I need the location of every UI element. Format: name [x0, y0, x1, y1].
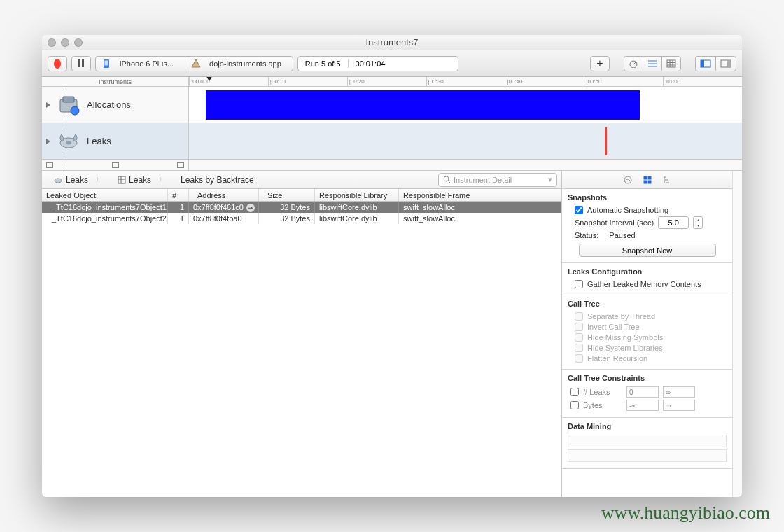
table-row[interactable]: _TtC16dojo_instruments7Object110x7ff8f0f…: [42, 202, 561, 213]
interval-input[interactable]: [658, 216, 689, 229]
table-header: Leaked Object # Address Size Responsible…: [42, 189, 561, 202]
overview-icon[interactable]: [46, 162, 53, 168]
track-allocations[interactable]: Allocations: [42, 87, 742, 123]
pause-button[interactable]: [71, 56, 91, 71]
svg-rect-14: [701, 60, 704, 67]
track-leaks[interactable]: Leaks: [42, 123, 742, 160]
watermark: www.huangyibiao.com: [601, 503, 770, 524]
target-selector[interactable]: iPhone 6 Plus... dojo-instruments.app: [95, 56, 293, 71]
record-icon: [54, 59, 61, 69]
track-label: Allocations: [87, 99, 131, 110]
svg-point-22: [55, 178, 62, 183]
inspector-scrollbar[interactable]: [732, 171, 742, 497]
svg-marker-2: [192, 59, 200, 67]
svg-rect-16: [727, 60, 731, 67]
left-panel-button[interactable]: [695, 56, 715, 71]
minimize-icon[interactable]: [61, 38, 69, 47]
chevron-down-icon: ▾: [548, 175, 552, 184]
right-panel-button[interactable]: [715, 56, 736, 71]
disclosure-icon[interactable]: [46, 139, 50, 144]
crumb-view[interactable]: Leaks: [111, 174, 174, 186]
zoom-icon[interactable]: [74, 38, 83, 47]
svg-rect-30: [648, 176, 651, 179]
grid-view-button[interactable]: [662, 56, 681, 71]
table-body[interactable]: _TtC16dojo_instruments7Object110x7ff8f0f…: [42, 202, 561, 497]
svg-rect-1: [105, 60, 108, 65]
display-settings-icon[interactable]: [643, 175, 652, 185]
table-row[interactable]: _TtC16dojo_instruments7Object210x7ff8f0f…: [42, 213, 561, 224]
disclosure-icon[interactable]: [46, 102, 50, 108]
svg-point-28: [624, 176, 631, 183]
mining-row: [568, 449, 727, 462]
snapshot-now-button[interactable]: Snapshot Now: [579, 244, 716, 257]
window-controls: [48, 38, 83, 47]
calltree-option-checkbox: [575, 344, 583, 352]
section-title: Data Mining: [568, 422, 727, 430]
leak-marker: [605, 127, 607, 155]
leaks-config-section: Leaks Configuration Gather Leaked Memory…: [562, 263, 732, 295]
run-status[interactable]: Run 5 of 5 00:01:04: [298, 56, 458, 71]
titlebar: Instruments7: [42, 35, 742, 50]
bytes-max-input[interactable]: [663, 400, 695, 411]
svg-rect-29: [644, 176, 647, 179]
crumb-mode[interactable]: Leaks by Backtrace: [174, 175, 268, 185]
grid-icon: [666, 59, 676, 68]
col-count[interactable]: #: [168, 189, 189, 201]
pause-icon: [78, 59, 84, 67]
run-time: 00:01:04: [349, 59, 393, 68]
col-library[interactable]: Responsible Library: [315, 189, 399, 201]
col-address[interactable]: Address: [189, 189, 259, 201]
extended-detail-icon[interactable]: [662, 175, 672, 185]
svg-rect-8: [667, 60, 676, 67]
col-frame[interactable]: Responsible Frame: [399, 189, 561, 201]
col-size[interactable]: Size: [259, 189, 315, 201]
mining-row: [568, 435, 727, 447]
playhead-icon[interactable]: [206, 77, 213, 81]
allocations-icon: [56, 92, 81, 118]
col-leaked-object[interactable]: Leaked Object: [42, 189, 168, 201]
panel-right-icon: [720, 59, 732, 68]
interval-stepper[interactable]: ▴▾: [693, 216, 703, 229]
overview-icon[interactable]: [177, 162, 184, 168]
detail-nav: Leaks Leaks Leaks by Backtrace Instrumen…: [42, 171, 561, 189]
panel-left-icon: [700, 59, 711, 68]
crumb-instrument[interactable]: Leaks: [46, 174, 111, 186]
gather-contents-checkbox[interactable]: [575, 280, 583, 288]
close-icon[interactable]: [48, 38, 56, 47]
allocations-graph: [206, 90, 640, 120]
device-icon: [102, 59, 111, 69]
bytes-min-input[interactable]: [626, 400, 659, 411]
app-icon: [191, 59, 201, 69]
calltree-section: Call Tree Separate by ThreadInvert Call …: [562, 295, 732, 370]
detail-pane: Leaks Leaks Leaks by Backtrace Instrumen…: [42, 171, 562, 497]
strategy-icon-button[interactable]: [624, 56, 643, 71]
panel-toggle-group: [695, 56, 736, 71]
list-view-button[interactable]: [643, 56, 662, 71]
svg-rect-18: [63, 97, 74, 102]
calltree-option-checkbox: [575, 323, 583, 331]
timeline-ruler[interactable]: :00.000 |00:10 |00:20 |00:30 |00:40 |00:…: [189, 77, 742, 86]
svg-rect-31: [644, 181, 647, 183]
toolbar: iPhone 6 Plus... dojo-instruments.app Ru…: [42, 50, 742, 77]
record-settings-icon[interactable]: [623, 175, 633, 185]
svg-rect-32: [648, 181, 651, 183]
add-button[interactable]: +: [590, 56, 610, 71]
leaks-max-input[interactable]: [663, 386, 695, 398]
auto-snapshot-checkbox[interactable]: [575, 206, 583, 214]
inspector-pane: Snapshots Automatic Snapshotting Snapsho…: [562, 171, 732, 497]
record-button[interactable]: [48, 56, 67, 71]
search-placeholder: Instrument Detail: [454, 176, 512, 184]
main-area: Leaks Leaks Leaks by Backtrace Instrumen…: [42, 171, 742, 497]
leaks-constraint-checkbox[interactable]: [570, 388, 579, 396]
bytes-constraint-checkbox[interactable]: [570, 401, 579, 410]
svg-line-4: [634, 62, 636, 64]
svg-point-26: [444, 176, 449, 181]
view-mode-group: [624, 56, 681, 71]
track-area: Instruments :00.000 |00:10 |00:20 |00:30…: [42, 77, 742, 171]
leaks-min-input[interactable]: [626, 386, 659, 398]
svg-rect-23: [118, 176, 125, 183]
playhead-line: [62, 87, 62, 206]
overview-icon[interactable]: [112, 162, 119, 168]
search-input[interactable]: Instrument Detail ▾: [438, 173, 557, 187]
go-icon[interactable]: ➔: [246, 204, 255, 212]
